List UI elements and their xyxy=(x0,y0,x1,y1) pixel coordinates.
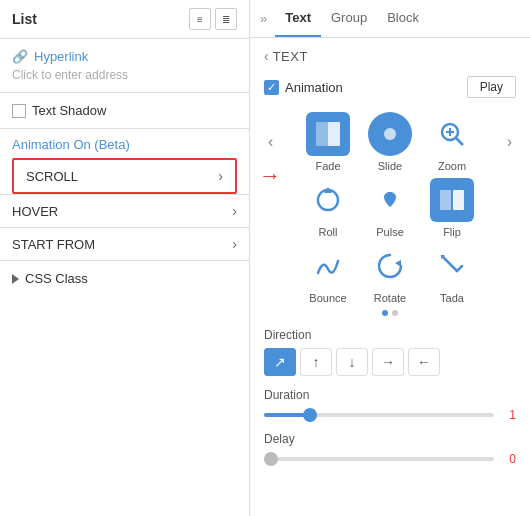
right-content: ‹ TEXT ✓ Animation Play ‹ xyxy=(250,38,530,516)
anim-prev-icon[interactable]: ‹ xyxy=(264,133,277,151)
back-chevron-icon: ‹ xyxy=(264,48,269,64)
direction-buttons: ↗ ↑ ↓ → ← xyxy=(264,348,516,376)
tab-block[interactable]: Block xyxy=(377,0,429,37)
anim-pulse[interactable]: Pulse xyxy=(363,178,417,238)
zoom-icon xyxy=(430,112,474,156)
delay-section: Delay 0 xyxy=(264,432,516,466)
delay-value: 0 xyxy=(502,452,516,466)
anim-row-1: ‹ Fade xyxy=(264,112,516,172)
scroll-chevron-icon: › xyxy=(218,168,223,184)
css-class-row[interactable]: CSS Class xyxy=(0,261,249,296)
delay-thumb[interactable] xyxy=(264,452,278,466)
hyperlink-sub: Click to enter address xyxy=(12,68,237,82)
anim-items-row3: Bounce Rotate xyxy=(277,244,502,304)
text-shadow-checkbox[interactable] xyxy=(12,104,26,118)
expand-icon: » xyxy=(260,11,267,26)
animation-on-section: Animation On (Beta) SCROLL › → xyxy=(0,129,249,194)
list-icon-compact[interactable]: ≡ xyxy=(189,8,211,30)
fade-label: Fade xyxy=(315,160,340,172)
roll-icon xyxy=(306,178,350,222)
anim-rotate[interactable]: Rotate xyxy=(363,244,417,304)
anim-items-row2: Roll Pulse xyxy=(277,178,502,238)
direction-section: Direction ↗ ↑ ↓ → ← xyxy=(264,328,516,376)
anim-zoom[interactable]: Zoom xyxy=(425,112,479,172)
hover-chevron-icon: › xyxy=(232,203,237,219)
dir-btn-left[interactable]: ← xyxy=(408,348,440,376)
scroll-row[interactable]: SCROLL › xyxy=(12,158,237,194)
back-row[interactable]: ‹ TEXT xyxy=(264,48,516,64)
list-title: List xyxy=(12,11,37,27)
anim-items-row1: Fade Slide xyxy=(277,112,502,172)
dir-btn-up[interactable]: ↑ xyxy=(300,348,332,376)
start-from-chevron-icon: › xyxy=(232,236,237,252)
svg-point-3 xyxy=(384,128,396,140)
anim-next-icon[interactable]: › xyxy=(503,133,516,151)
list-icon-detailed[interactable]: ≣ xyxy=(215,8,237,30)
play-button[interactable]: Play xyxy=(467,76,516,98)
pulse-icon xyxy=(368,178,412,222)
start-from-row[interactable]: START FROM › xyxy=(0,228,249,261)
tada-icon xyxy=(430,244,474,288)
animation-row: ✓ Animation Play xyxy=(264,76,516,98)
svg-rect-1 xyxy=(328,122,340,146)
css-class-label: CSS Class xyxy=(25,271,88,286)
zoom-label: Zoom xyxy=(438,160,466,172)
hyperlink-section: 🔗 Hyperlink Click to enter address xyxy=(0,39,249,93)
right-tabs: » Text Group Block xyxy=(250,0,530,38)
anim-bounce[interactable]: Bounce xyxy=(301,244,355,304)
anim-row-2: ‹ Roll xyxy=(264,178,516,238)
slide-label: Slide xyxy=(378,160,402,172)
tab-text[interactable]: Text xyxy=(275,0,321,37)
hyperlink-row[interactable]: 🔗 Hyperlink xyxy=(12,49,237,64)
animation-label: Animation xyxy=(285,80,343,95)
duration-label: Duration xyxy=(264,388,516,402)
list-view-toggle: ≡ ≣ xyxy=(189,8,237,30)
duration-section: Duration 1 xyxy=(264,388,516,422)
hover-row[interactable]: HOVER › xyxy=(0,194,249,228)
anim-row-3: ‹ Bounce xyxy=(264,244,516,304)
delay-slider-row: 0 xyxy=(264,452,516,466)
bounce-icon xyxy=(306,244,350,288)
red-arrow: → xyxy=(259,163,281,189)
delay-track xyxy=(264,457,494,461)
rotate-icon xyxy=(368,244,412,288)
text-shadow-label: Text Shadow xyxy=(32,103,106,118)
back-label: TEXT xyxy=(273,49,308,64)
anim-roll[interactable]: Roll xyxy=(301,178,355,238)
duration-track xyxy=(264,413,494,417)
scroll-label: SCROLL xyxy=(26,169,78,184)
dot-1[interactable] xyxy=(382,310,388,316)
svg-marker-11 xyxy=(395,260,401,267)
svg-rect-10 xyxy=(453,190,464,210)
delay-label: Delay xyxy=(264,432,516,446)
flip-label: Flip xyxy=(443,226,461,238)
dir-btn-right[interactable]: → xyxy=(372,348,404,376)
right-panel: » Text Group Block ‹ TEXT ✓ Animation Pl… xyxy=(250,0,530,516)
left-panel: List ≡ ≣ 🔗 Hyperlink Click to enter addr… xyxy=(0,0,250,516)
svg-rect-9 xyxy=(440,190,451,210)
dot-2[interactable] xyxy=(392,310,398,316)
link-icon: 🔗 xyxy=(12,49,28,64)
anim-tada[interactable]: Tada xyxy=(425,244,479,304)
anim-fade[interactable]: Fade xyxy=(301,112,355,172)
anim-flip[interactable]: Flip xyxy=(425,178,479,238)
css-class-triangle-icon xyxy=(12,274,19,284)
svg-rect-0 xyxy=(316,122,328,146)
duration-value: 1 xyxy=(502,408,516,422)
roll-label: Roll xyxy=(319,226,338,238)
slide-icon xyxy=(368,112,412,156)
anim-page-dots xyxy=(264,310,516,316)
hyperlink-label: Hyperlink xyxy=(34,49,88,64)
dir-btn-diagonal[interactable]: ↗ xyxy=(264,348,296,376)
flip-icon xyxy=(430,178,474,222)
tab-group[interactable]: Group xyxy=(321,0,377,37)
bounce-label: Bounce xyxy=(309,292,346,304)
text-shadow-section: Text Shadow xyxy=(0,93,249,129)
left-header: List ≡ ≣ xyxy=(0,0,249,39)
anim-slide[interactable]: Slide xyxy=(363,112,417,172)
animation-checkbox[interactable]: ✓ xyxy=(264,80,279,95)
duration-thumb[interactable] xyxy=(303,408,317,422)
hover-label: HOVER xyxy=(12,204,58,219)
animation-on-label: Animation On (Beta) xyxy=(12,137,237,152)
dir-btn-down[interactable]: ↓ xyxy=(336,348,368,376)
